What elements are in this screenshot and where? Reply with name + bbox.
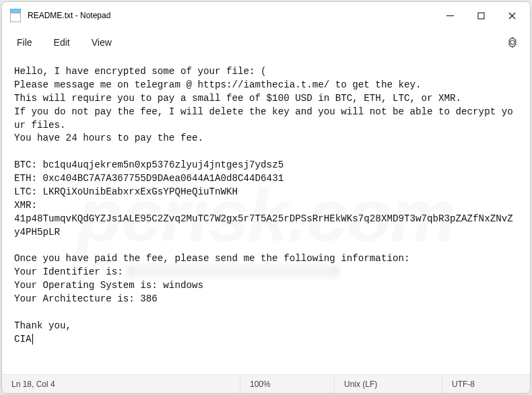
ltc-address: LKRQiXoUnibEabxrxExGsYPQHeQiuTnWKH bbox=[43, 186, 238, 197]
line-thanks: Thank you, bbox=[14, 320, 71, 331]
titlebar: README.txt - Notepad bbox=[2, 2, 530, 29]
line-os: Your Operating System is: windows bbox=[14, 280, 203, 291]
menu-edit[interactable]: Edit bbox=[44, 33, 79, 52]
line-nopay: If you do not pay the fee, I will delete… bbox=[14, 106, 513, 131]
menu-file[interactable]: File bbox=[7, 33, 42, 52]
xmr-label: XMR: bbox=[14, 200, 37, 211]
menu-view[interactable]: View bbox=[82, 33, 121, 52]
statusbar: Ln 18, Col 4 100% Unix (LF) UTF-8 bbox=[2, 374, 530, 393]
identifier-value-redacted bbox=[129, 266, 337, 276]
minimize-icon bbox=[446, 12, 454, 20]
status-position: Ln 18, Col 4 bbox=[2, 375, 240, 393]
status-encoding: UTF-8 bbox=[442, 375, 530, 393]
line-fee: This will require you to pay a small fee… bbox=[14, 93, 461, 104]
menubar: File Edit View bbox=[2, 29, 530, 56]
minimize-button[interactable] bbox=[434, 5, 465, 26]
identifier-label: Your Identifier is: bbox=[14, 266, 129, 277]
eth-label: ETH: bbox=[14, 173, 43, 184]
btc-label: BTC: bbox=[14, 159, 43, 170]
ltc-label: LTC: bbox=[14, 186, 43, 197]
xmr-address: 41p48TumqvKQdGYZJs1ALE95C2Zvq2MuTC7W2gx5… bbox=[14, 213, 513, 238]
notepad-icon bbox=[10, 9, 21, 22]
line-greeting: Hello, I have encrypted some of your fil… bbox=[14, 66, 267, 77]
window-title: README.txt - Notepad bbox=[28, 11, 110, 20]
btc-address: bc1qu4uqjekrem5n0xp5376zlyuj4jntgesj7yds… bbox=[43, 159, 284, 170]
close-button[interactable] bbox=[496, 5, 527, 26]
notepad-window: README.txt - Notepad File Edit View Hell… bbox=[1, 1, 531, 394]
text-editor-area[interactable]: Hello, I have encrypted some of your fil… bbox=[2, 56, 530, 374]
status-zoom[interactable]: 100% bbox=[240, 375, 335, 393]
svg-rect-0 bbox=[478, 13, 484, 19]
line-signature: CIA bbox=[14, 334, 32, 345]
text-caret bbox=[32, 334, 33, 345]
settings-button[interactable] bbox=[500, 32, 525, 52]
line-deadline: You have 24 hours to pay the fee. bbox=[14, 133, 203, 143]
line-arch: Your Architecture is: 386 bbox=[14, 293, 158, 304]
close-icon bbox=[508, 12, 516, 20]
status-line-ending: Unix (LF) bbox=[335, 375, 442, 393]
maximize-icon bbox=[477, 12, 485, 20]
maximize-button[interactable] bbox=[465, 5, 496, 26]
line-paid: Once you have paid the fee, please send … bbox=[14, 253, 409, 264]
line-telegram: Please message me on telegram @ https://… bbox=[14, 79, 422, 90]
window-controls bbox=[434, 5, 527, 26]
gear-icon bbox=[506, 36, 519, 48]
eth-address: 0xc404BC7A7A367755D9DAea0644A1A0d8C44D64… bbox=[43, 173, 284, 184]
